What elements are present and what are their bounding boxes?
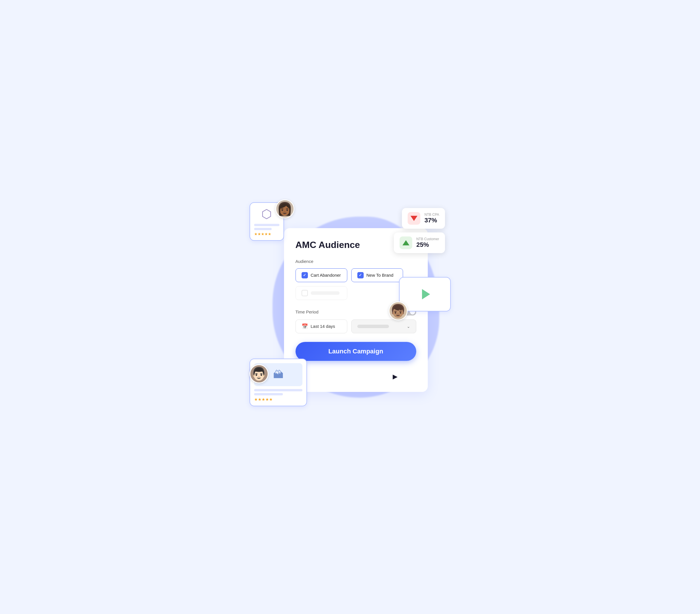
calendar-icon: 📅	[302, 323, 308, 330]
image-stars: ★★★★★	[254, 397, 302, 402]
cart-abandoner-option[interactable]: ✓ Cart Abandoner	[296, 268, 347, 282]
cart-abandoner-checkbox[interactable]: ✓	[302, 272, 308, 278]
audience-section-label: Audience	[296, 259, 416, 264]
unchecked-checkbox[interactable]	[302, 290, 308, 296]
dropdown-placeholder	[357, 325, 389, 328]
chevron-down-icon: ⌄	[407, 324, 410, 329]
ntb-customer-icon	[400, 236, 412, 249]
time-period-label: Time Period	[296, 309, 318, 314]
product-stars: ★★★★★	[254, 232, 279, 236]
new-to-brand-option[interactable]: ✓ New To Brand	[351, 268, 403, 282]
dropdown-field[interactable]: ⌄	[351, 320, 416, 333]
video-card	[399, 277, 451, 311]
date-field[interactable]: 📅 Last 14 days	[296, 320, 347, 333]
product-line-2	[254, 228, 272, 230]
ntb-customer-value: 25%	[416, 241, 439, 248]
image-line-2	[254, 393, 283, 395]
date-value: Last 14 days	[311, 324, 335, 329]
image-lines	[254, 389, 302, 395]
unchecked-label	[311, 291, 339, 295]
avatar-right: 👦🏽	[389, 302, 408, 320]
new-to-brand-label: New To Brand	[366, 273, 393, 278]
avatar-top: 👩🏾	[275, 200, 295, 218]
checkmark-icon: ✓	[303, 273, 306, 277]
ntb-cpa-icon	[408, 212, 420, 225]
product-lines	[254, 224, 279, 230]
audience-row-1: ✓ Cart Abandoner ✓ New To Brand	[296, 268, 416, 282]
avatar-right-icon: 👦🏽	[390, 304, 406, 318]
play-icon	[422, 289, 430, 299]
scene: NTB CPA 37% NTB Customer 25% ⬡ ★★★★★ 👩🏾 …	[250, 200, 451, 415]
ntb-customer-card: NTB Customer 25%	[394, 232, 445, 253]
avatar-person-icon: 👩🏾	[277, 201, 293, 216]
ntb-cpa-info: NTB CPA 37%	[424, 213, 439, 224]
ntb-cpa-label: NTB CPA	[424, 213, 439, 217]
triangle-up-icon	[402, 240, 409, 245]
date-row: 📅 Last 14 days ⌄	[296, 320, 416, 333]
new-to-brand-checkbox[interactable]: ✓	[357, 272, 364, 278]
ntb-customer-info: NTB Customer 25%	[416, 237, 439, 248]
ntb-cpa-value: 37%	[424, 217, 439, 224]
avatar-bottom: 👨🏻	[250, 364, 268, 383]
ntb-cpa-card: NTB CPA 37%	[402, 208, 445, 229]
audience-options: ✓ Cart Abandoner ✓ New To Brand	[296, 268, 416, 300]
product-line-1	[254, 224, 279, 226]
cart-abandoner-label: Cart Abandoner	[311, 273, 341, 278]
cursor-icon: ▶	[393, 373, 398, 380]
image-icon: 🏔	[273, 369, 284, 381]
image-line-1	[254, 389, 302, 391]
triangle-down-icon	[411, 216, 417, 221]
launch-campaign-button[interactable]: Launch Campaign	[296, 342, 416, 361]
ntb-customer-label: NTB Customer	[416, 237, 439, 241]
unchecked-option[interactable]	[296, 286, 347, 300]
avatar-bottom-icon: 👨🏻	[251, 366, 267, 381]
audience-row-2	[296, 286, 416, 300]
checkmark-icon-2: ✓	[359, 273, 362, 277]
